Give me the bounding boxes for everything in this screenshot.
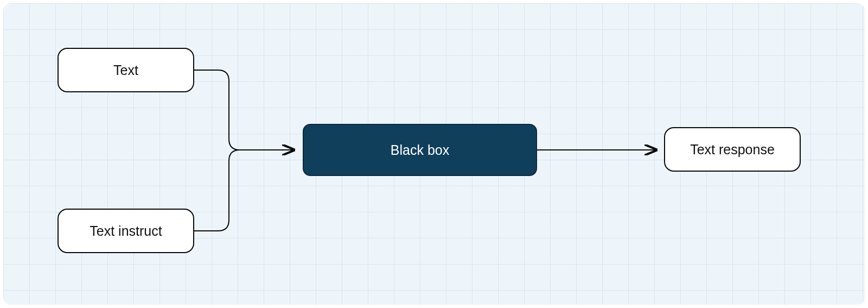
connector-central-to-output [3,3,865,305]
diagram-canvas: Text Text instruct Black box Text respon… [3,3,865,305]
